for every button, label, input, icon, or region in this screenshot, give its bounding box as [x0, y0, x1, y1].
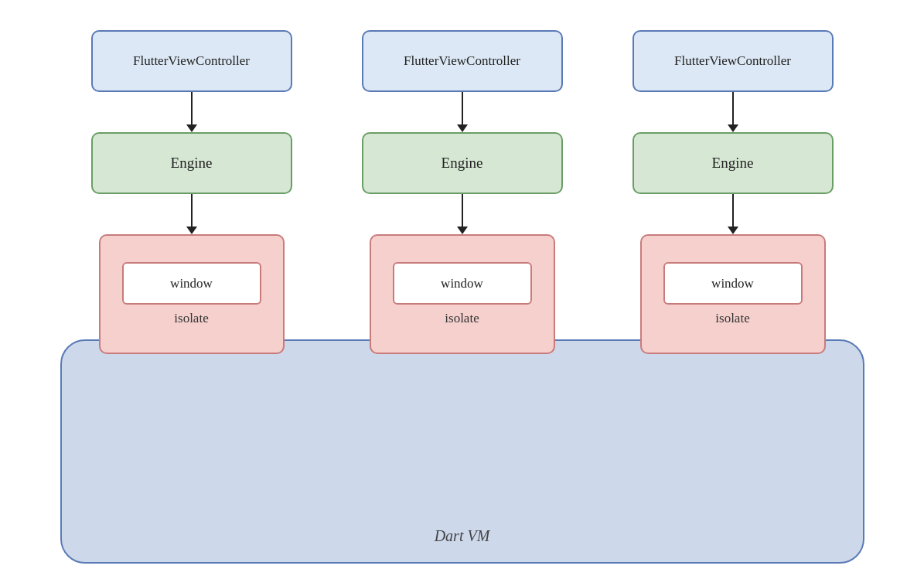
arrow-line: [191, 194, 193, 227]
engine-right: Engine: [632, 132, 834, 194]
arrow-line: [732, 194, 734, 227]
arrow-line: [462, 92, 463, 124]
column-center: FlutterViewController Engine window isol…: [354, 15, 571, 354]
arrow-vc-to-engine-center: [457, 92, 468, 132]
isolate-right: window isolate: [640, 234, 826, 354]
isolate-center: window isolate: [370, 234, 555, 354]
flutter-vc-center: FlutterViewController: [362, 30, 563, 92]
arrowhead: [728, 124, 738, 132]
window-right: window: [663, 262, 803, 305]
arrow-engine-to-isolate-left: [186, 194, 197, 234]
dart-vm-label: Dart VM: [62, 527, 863, 545]
arrowhead: [457, 124, 468, 132]
arrow-engine-to-isolate-right: [728, 194, 738, 234]
column-left: FlutterViewController Engine window isol…: [84, 15, 300, 354]
engine-left: Engine: [91, 132, 292, 194]
window-left: window: [122, 262, 261, 305]
isolate-label-left: isolate: [174, 311, 208, 326]
arrow-line: [462, 194, 463, 227]
arrowhead: [186, 227, 197, 234]
arrow-vc-to-engine-left: [186, 92, 197, 132]
column-right: FlutterViewController Engine window isol…: [625, 15, 841, 354]
arrowhead: [728, 227, 738, 234]
window-center: window: [393, 262, 532, 305]
arrow-vc-to-engine-right: [728, 92, 738, 132]
arrowhead: [186, 124, 197, 132]
isolate-label-right: isolate: [715, 311, 749, 326]
isolate-left: window isolate: [99, 234, 285, 354]
engine-center: Engine: [362, 132, 563, 194]
flutter-vc-left: FlutterViewController: [91, 30, 292, 92]
flutter-vc-right: FlutterViewController: [632, 30, 834, 92]
arrow-line: [732, 92, 734, 124]
arrow-engine-to-isolate-center: [457, 194, 468, 234]
arrowhead: [457, 227, 468, 234]
architecture-diagram: Dart VM FlutterViewController Engine win…: [37, 15, 888, 571]
isolate-label-center: isolate: [445, 311, 479, 326]
dart-vm-container: Dart VM: [60, 339, 864, 564]
arrow-line: [191, 92, 193, 124]
